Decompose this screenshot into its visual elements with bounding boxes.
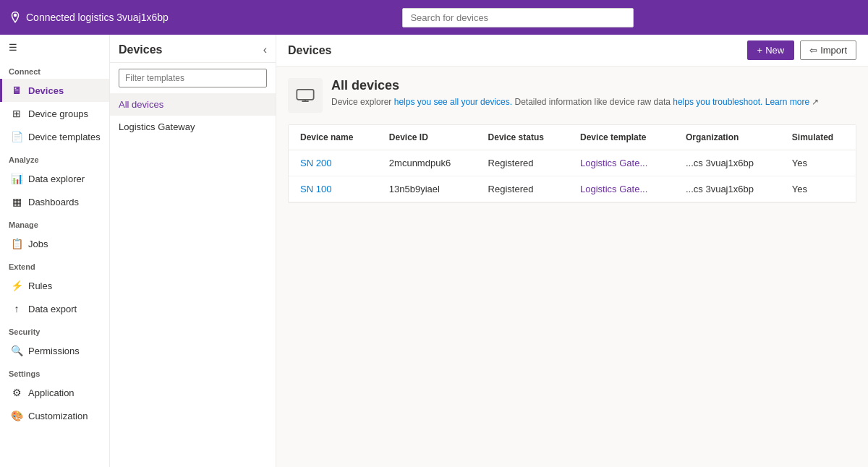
all-devices-description: Device explorer helps you see all your d… <box>331 96 819 108</box>
dashboards-icon: ▦ <box>11 196 22 207</box>
sidebar-item-data-explorer-label: Data explorer <box>28 173 85 184</box>
device-link-sn100[interactable]: SN 100 <box>300 184 331 194</box>
sidebar-item-data-explorer[interactable]: 📊 Data explorer <box>0 167 109 190</box>
sidebar-item-customization-label: Customization <box>28 411 88 421</box>
section-connect-label: Connect <box>0 60 109 79</box>
col-device-name: Device name <box>289 125 378 150</box>
cell-device-template-1: Logistics Gate... <box>569 150 674 176</box>
topbar: Connected logistics 3vuaj1x6bp <box>0 0 868 35</box>
collapse-button[interactable]: ‹ <box>263 43 267 56</box>
all-devices-info: All devices Device explorer helps you se… <box>331 78 819 108</box>
cell-simulated-2: Yes <box>780 176 856 202</box>
device-templates-icon: 📄 <box>11 131 22 142</box>
cell-device-name-2: SN 100 <box>289 176 378 202</box>
col-organization: Organization <box>674 125 780 150</box>
new-button[interactable]: + New <box>747 40 795 60</box>
page-title: Devices <box>288 44 741 57</box>
sub-sidebar-title: Devices <box>119 43 163 56</box>
import-icon: ⇦ <box>809 45 817 56</box>
cell-device-id-1: 2mcunmdpuk6 <box>378 150 477 176</box>
sidebar-item-dashboards-label: Dashboards <box>28 197 79 207</box>
sidebar-item-devices-label: Devices <box>28 85 64 96</box>
template-link-1[interactable]: Logistics Gate... <box>580 158 647 168</box>
table-row: SN 200 2mcunmdpuk6 Registered Logistics … <box>289 150 856 176</box>
sub-nav-all-devices[interactable]: All devices <box>110 93 276 116</box>
table-row: SN 100 13n5b9yiael Registered Logistics … <box>289 176 856 202</box>
sidebar-item-application[interactable]: ⚙ Application <box>0 381 109 404</box>
main-layout: ☰ Connect 🖥 Devices ⊞ Device groups 📄 De… <box>0 35 868 467</box>
device-link-sn200[interactable]: SN 200 <box>300 158 331 168</box>
sidebar-item-device-groups[interactable]: ⊞ Device groups <box>0 102 109 125</box>
section-analyze-label: Analyze <box>0 148 109 167</box>
devices-table: Device name Device ID Device status Devi… <box>288 124 856 203</box>
sub-nav-logistics-gateway[interactable]: Logistics Gateway <box>110 116 276 138</box>
cell-organization-1: ...cs 3vuaj1x6bp <box>674 150 780 176</box>
all-devices-heading: All devices <box>331 78 819 93</box>
rules-icon: ⚡ <box>11 280 22 291</box>
device-groups-icon: ⊞ <box>11 108 22 119</box>
sidebar-item-dashboards[interactable]: ▦ Dashboards <box>0 190 109 213</box>
sidebar-item-customization[interactable]: 🎨 Customization <box>0 404 109 427</box>
sidebar-item-jobs[interactable]: 📋 Jobs <box>0 232 109 255</box>
col-device-id: Device ID <box>378 125 477 150</box>
cell-device-name-1: SN 200 <box>289 150 378 176</box>
content-body: All devices Device explorer helps you se… <box>276 67 868 467</box>
all-devices-icon <box>288 78 323 113</box>
sidebar-item-rules-label: Rules <box>28 280 52 291</box>
application-icon: ⚙ <box>11 387 22 398</box>
data-export-icon: ↑ <box>11 303 22 314</box>
search-input[interactable] <box>402 8 634 27</box>
template-link-2[interactable]: Logistics Gate... <box>580 184 647 194</box>
sidebar-item-permissions[interactable]: 🔍 Permissions <box>0 339 109 362</box>
cell-device-status-1: Registered <box>477 150 569 176</box>
cell-organization-2: ...cs 3vuaj1x6bp <box>674 176 780 202</box>
sidebar-item-device-templates[interactable]: 📄 Device templates <box>0 125 109 148</box>
cell-device-template-2: Logistics Gate... <box>569 176 674 202</box>
table-header: Device name Device ID Device status Devi… <box>289 125 856 150</box>
section-security-label: Security <box>0 320 109 339</box>
sidebar-item-rules[interactable]: ⚡ Rules <box>0 274 109 297</box>
sidebar-item-device-groups-label: Device groups <box>28 108 88 119</box>
section-manage-label: Manage <box>0 213 109 232</box>
sidebar-item-permissions-label: Permissions <box>28 346 80 356</box>
import-button[interactable]: ⇦ Import <box>800 40 856 60</box>
sub-sidebar: Devices ‹ All devices Logistics Gateway <box>110 35 276 467</box>
cell-device-id-2: 13n5b9yiael <box>378 176 477 202</box>
col-simulated: Simulated <box>780 125 856 150</box>
sidebar: ☰ Connect 🖥 Devices ⊞ Device groups 📄 De… <box>0 35 110 467</box>
table-header-row: Device name Device ID Device status Devi… <box>289 125 856 150</box>
col-device-status: Device status <box>477 125 569 150</box>
cell-device-status-2: Registered <box>477 176 569 202</box>
devices-icon: 🖥 <box>11 85 22 96</box>
svg-point-0 <box>14 14 17 17</box>
sub-sidebar-header: Devices ‹ <box>110 35 276 63</box>
section-extend-label: Extend <box>0 255 109 274</box>
svg-rect-1 <box>297 90 313 100</box>
sidebar-item-data-export[interactable]: ↑ Data export <box>0 297 109 320</box>
sidebar-item-data-export-label: Data export <box>28 304 77 314</box>
customization-icon: 🎨 <box>11 410 22 421</box>
app-logo: Connected logistics 3vuaj1x6bp <box>9 11 169 24</box>
data-explorer-icon: 📊 <box>11 173 22 184</box>
sidebar-item-application-label: Application <box>28 387 75 398</box>
content-area: Devices + New ⇦ Import Al <box>276 35 868 467</box>
devices-table-element: Device name Device ID Device status Devi… <box>289 125 856 202</box>
cell-simulated-1: Yes <box>780 150 856 176</box>
section-settings-label: Settings <box>0 362 109 381</box>
filter-area <box>110 63 276 93</box>
content-toolbar: Devices + New ⇦ Import <box>276 35 868 67</box>
app-title: Connected logistics 3vuaj1x6bp <box>26 12 169 23</box>
hamburger-menu[interactable]: ☰ <box>0 35 109 60</box>
sidebar-item-devices[interactable]: 🖥 Devices <box>0 79 109 102</box>
new-button-label: New <box>765 45 784 56</box>
filter-templates-input[interactable] <box>119 69 267 87</box>
plus-icon: + <box>757 45 763 56</box>
sidebar-item-jobs-label: Jobs <box>28 239 48 249</box>
permissions-icon: 🔍 <box>11 345 22 356</box>
col-device-template: Device template <box>569 125 674 150</box>
table-body: SN 200 2mcunmdpuk6 Registered Logistics … <box>289 150 856 202</box>
import-button-label: Import <box>820 45 847 56</box>
learn-more-link[interactable]: Learn more <box>765 97 809 107</box>
all-devices-header: All devices Device explorer helps you se… <box>288 78 856 113</box>
jobs-icon: 📋 <box>11 238 22 249</box>
